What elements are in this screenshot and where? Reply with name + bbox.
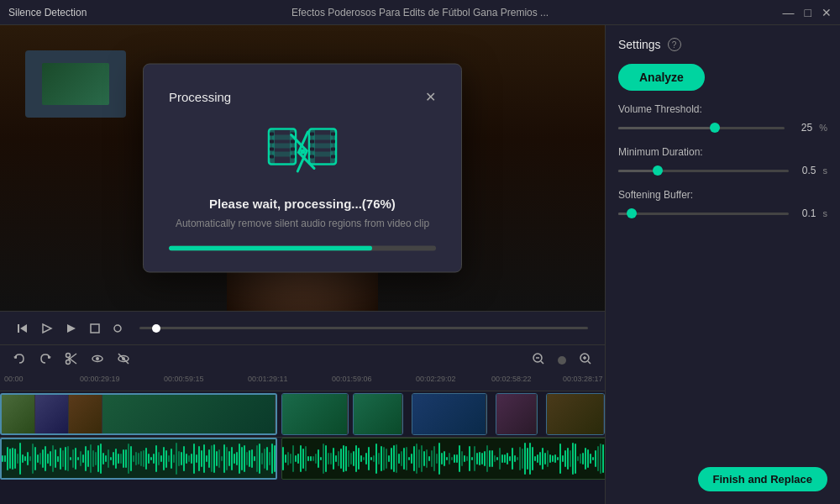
softening-buffer-thumb xyxy=(627,208,637,218)
stop-button[interactable] xyxy=(90,323,100,333)
video-thumb-4 xyxy=(102,395,276,433)
video-segment-selected[interactable] xyxy=(0,393,277,435)
processing-subtext: Automatically remove silent audio region… xyxy=(169,218,436,229)
segment-thumb-green xyxy=(282,394,348,434)
hide-button[interactable] xyxy=(117,352,130,368)
edit-controls xyxy=(0,344,605,375)
volume-threshold-slider[interactable] xyxy=(618,127,785,129)
play-alt-button[interactable] xyxy=(66,323,77,334)
svg-rect-24 xyxy=(331,133,335,136)
settings-header: Settings ? xyxy=(618,38,827,51)
minimum-duration-unit: s xyxy=(823,165,828,176)
playback-controls xyxy=(0,311,605,344)
processing-text: Please wait, processing...(76%) xyxy=(169,197,436,211)
svg-rect-19 xyxy=(312,152,333,157)
video-segment-2[interactable] xyxy=(281,393,349,435)
softening-buffer-slider-row: 0.1 s xyxy=(618,207,827,219)
svg-rect-23 xyxy=(310,155,314,159)
segment-thumb-2 xyxy=(354,394,402,434)
video-segment-4[interactable] xyxy=(412,393,487,435)
screen-content xyxy=(42,63,109,105)
svg-rect-9 xyxy=(270,155,274,159)
help-icon[interactable]: ? xyxy=(668,38,681,51)
minimum-duration-slider[interactable] xyxy=(618,170,789,172)
softening-buffer-setting: Softening Buffer: 0.1 s xyxy=(618,189,827,219)
redo-button[interactable] xyxy=(39,352,52,368)
svg-rect-11 xyxy=(291,140,295,144)
svg-point-42 xyxy=(96,357,99,360)
softening-buffer-unit: s xyxy=(823,208,828,218)
segment-thumb-blue xyxy=(412,394,486,434)
volume-threshold-slider-row: 25 % xyxy=(618,122,827,134)
svg-rect-33 xyxy=(91,324,99,333)
audio-waveform-main[interactable] xyxy=(281,438,605,480)
video-segment-6[interactable] xyxy=(546,393,605,435)
svg-rect-3 xyxy=(272,135,292,140)
svg-marker-30 xyxy=(20,324,27,333)
softening-buffer-label: Softening Buffer: xyxy=(618,189,827,201)
analyze-button[interactable]: Analyze xyxy=(618,64,705,91)
modal-header: Processing ✕ xyxy=(169,90,436,104)
undo-button[interactable] xyxy=(13,352,26,368)
video-thumb-1 xyxy=(2,395,35,433)
ruler-mark-1: 00:00:29:19 xyxy=(80,375,120,383)
softening-buffer-slider[interactable] xyxy=(618,213,789,215)
svg-rect-7 xyxy=(270,140,274,144)
audio-track xyxy=(0,438,605,484)
volume-threshold-fill xyxy=(618,127,710,129)
record-button[interactable] xyxy=(113,323,123,333)
finish-replace-button[interactable]: Finish and Replace xyxy=(698,467,827,491)
close-button[interactable]: ✕ xyxy=(822,7,832,18)
minimum-duration-label: Minimum Duration: xyxy=(618,146,827,158)
segment-thumb-5 xyxy=(496,394,537,434)
volume-threshold-setting: Volume Threshold: 25 % xyxy=(618,103,827,134)
audio-waveform-selected[interactable] xyxy=(0,438,277,480)
svg-rect-20 xyxy=(310,133,314,136)
video-segment-3[interactable] xyxy=(353,393,403,435)
video-segment-5[interactable] xyxy=(496,393,538,435)
modal-close-button[interactable]: ✕ xyxy=(425,90,436,103)
background-screen xyxy=(25,50,126,118)
svg-point-34 xyxy=(114,325,121,332)
svg-rect-8 xyxy=(270,148,274,151)
processing-icon xyxy=(265,121,340,180)
timeline-ruler: 00:00 00:00:29:19 00:00:59:15 00:01:29:1… xyxy=(0,375,605,391)
minimize-button[interactable]: — xyxy=(783,7,795,18)
svg-rect-27 xyxy=(331,155,335,159)
skip-back-button[interactable] xyxy=(17,323,29,334)
main-layout: Processing ✕ xyxy=(0,25,840,504)
svg-rect-25 xyxy=(331,140,335,144)
ruler-mark-5: 00:02:29:02 xyxy=(416,375,456,383)
cut-button[interactable] xyxy=(65,352,78,368)
svg-rect-5 xyxy=(272,152,292,157)
minimum-duration-value: 0.5 xyxy=(795,165,816,176)
svg-rect-22 xyxy=(310,148,314,151)
ruler-mark-3: 00:01:29:11 xyxy=(248,375,288,383)
video-track xyxy=(0,391,605,438)
zoom-out-button[interactable] xyxy=(532,352,545,369)
video-thumb-3 xyxy=(69,395,102,433)
svg-marker-31 xyxy=(43,324,51,333)
eye-button[interactable] xyxy=(91,352,104,368)
svg-rect-4 xyxy=(272,144,292,149)
right-panel: Settings ? Analyze Volume Threshold: 25 … xyxy=(605,25,840,504)
softening-buffer-fill xyxy=(618,213,627,215)
svg-line-48 xyxy=(541,361,543,364)
volume-threshold-value: 25 xyxy=(791,122,812,134)
waveform-selected xyxy=(2,439,276,478)
window-controls: — □ ✕ xyxy=(783,7,832,18)
play-button[interactable] xyxy=(41,323,53,334)
maximize-button[interactable]: □ xyxy=(805,7,811,18)
timeline-tracks xyxy=(0,391,605,504)
zoom-in-button[interactable] xyxy=(579,352,592,369)
time-slider[interactable] xyxy=(139,327,588,329)
title-bar: Silence Detection Efectos Poderosos Para… xyxy=(0,0,840,25)
settings-spacer xyxy=(618,232,827,454)
volume-threshold-label: Volume Threshold: xyxy=(618,103,827,115)
minimum-duration-fill xyxy=(618,170,653,172)
svg-point-37 xyxy=(66,360,71,365)
progress-bar-container xyxy=(169,246,436,251)
segment-thumb-6 xyxy=(547,394,604,434)
video-thumb-2 xyxy=(35,395,69,433)
svg-rect-17 xyxy=(312,135,333,140)
